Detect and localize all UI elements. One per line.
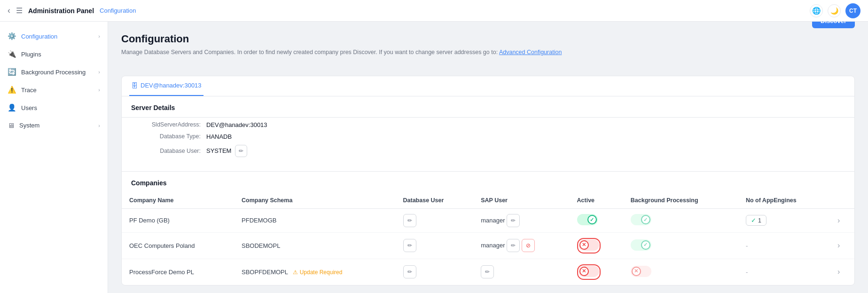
bg-processing-toggle-1[interactable]: ✓ bbox=[631, 214, 651, 225]
sap-user-2: manager ✏ ⊘ bbox=[473, 232, 569, 259]
edit-sap-user-3-button[interactable]: ✏ bbox=[481, 265, 494, 278]
page-title: Configuration bbox=[121, 33, 562, 45]
sidebar-item-background-processing[interactable]: 🔄 Background Processing › bbox=[0, 63, 108, 81]
menu-button[interactable]: ☰ bbox=[16, 6, 23, 15]
row-arrow-1[interactable]: › bbox=[830, 208, 854, 232]
main-content: Configuration Manage Database Servers an… bbox=[108, 22, 868, 293]
server-card: 🗄 DEV@hanadev:30013 Server Details SldSe… bbox=[121, 76, 855, 285]
company-name-2: OEC Computers Poland bbox=[122, 232, 234, 259]
user-avatar[interactable]: CT bbox=[845, 3, 860, 18]
sidebar-label-trace: Trace bbox=[21, 87, 37, 94]
chevron-configuration: › bbox=[98, 33, 100, 39]
topbar-subtitle: Configuration bbox=[100, 7, 136, 14]
active-2: ✕ bbox=[570, 232, 623, 259]
bg-processing-toggle-2[interactable]: ✓ bbox=[631, 239, 651, 251]
col-actions bbox=[830, 192, 854, 209]
server-tabs: 🗄 DEV@hanadev:30013 bbox=[122, 76, 854, 96]
col-bg-processing: Background Processing bbox=[623, 192, 738, 209]
sidebar-item-trace[interactable]: ⚠️ Trace › bbox=[0, 81, 108, 99]
company-schema-2: SBODEMOPL bbox=[234, 232, 395, 259]
discover-button[interactable]: Discover bbox=[812, 22, 855, 28]
db-tab-icon: 🗄 bbox=[131, 82, 138, 89]
update-required-badge: ⚠ Update Required bbox=[293, 269, 342, 276]
active-3: ✕ bbox=[570, 259, 623, 285]
trace-icon: ⚠️ bbox=[8, 86, 16, 94]
row-arrow-2[interactable]: › bbox=[830, 232, 854, 259]
chevron-bg-processing: › bbox=[98, 69, 100, 75]
sidebar-item-configuration[interactable]: ⚙️ Configuration › bbox=[0, 27, 108, 45]
col-app-engines: No of AppEngines bbox=[738, 192, 830, 209]
company-schema-3: SBOPFDEMOPL ⚠ Update Required bbox=[234, 259, 395, 285]
sidebar-item-users[interactable]: 👤 Users bbox=[0, 99, 108, 117]
companies-section: Companies Company Name Company Schema Da… bbox=[122, 172, 854, 285]
sidebar-label-configuration: Configuration bbox=[21, 33, 57, 40]
active-highlight-border-3: ✕ bbox=[577, 264, 601, 280]
detail-row-dbuser: Database User: SYSTEM ✏ bbox=[131, 145, 845, 157]
bg-processing-icon: 🔄 bbox=[8, 68, 16, 76]
db-user-2: ✏ bbox=[396, 232, 474, 259]
table-row: PF Demo (GB) PFDEMOGB ✏ manager ✏ bbox=[122, 208, 854, 232]
detail-label-sld: SldServerAddress: bbox=[131, 121, 206, 128]
active-toggle-3[interactable]: ✕ bbox=[579, 266, 599, 277]
detail-value-dbtype: HANADB bbox=[206, 133, 232, 140]
col-company-name: Company Name bbox=[122, 192, 234, 209]
detail-value-dbuser: SYSTEM bbox=[206, 147, 231, 154]
table-header-row: Company Name Company Schema Database Use… bbox=[122, 192, 854, 209]
tab-label: DEV@hanadev:30013 bbox=[141, 82, 202, 89]
sidebar-item-plugins[interactable]: 🔌 Plugins bbox=[0, 45, 108, 63]
edit-sap-user-2-button[interactable]: ✏ bbox=[507, 239, 520, 252]
companies-table: Company Name Company Schema Database Use… bbox=[122, 192, 854, 285]
active-toggle-2[interactable]: ✕ bbox=[579, 239, 599, 251]
advanced-config-link[interactable]: Advanced Configuration bbox=[499, 49, 562, 55]
app-engines-badge-1[interactable]: ✓ 1 bbox=[746, 215, 766, 226]
topbar-title: Administration Panel bbox=[28, 7, 94, 15]
layout: ⚙️ Configuration › 🔌 Plugins 🔄 Backgroun… bbox=[0, 22, 868, 293]
app-engines-1: ✓ 1 bbox=[738, 208, 830, 232]
row-arrow-3[interactable]: › bbox=[830, 259, 854, 285]
active-highlight-border-2: ✕ bbox=[577, 238, 601, 253]
system-icon: 🖥 bbox=[8, 121, 15, 129]
topbar-right: 🌐 🌙 CT bbox=[810, 3, 860, 18]
edit-db-user-1-button[interactable]: ✏ bbox=[403, 214, 416, 227]
bg-processing-toggle-3[interactable]: ✕ bbox=[631, 266, 651, 277]
company-name-1: PF Demo (GB) bbox=[122, 208, 234, 232]
bg-processing-2: ✓ bbox=[623, 232, 738, 259]
detail-row-sld: SldServerAddress: DEV@hanadev:30013 bbox=[131, 121, 845, 128]
edit-sap-user-1-button[interactable]: ✏ bbox=[507, 214, 520, 227]
table-row: ProcessForce Demo PL SBOPFDEMOPL ⚠ Updat… bbox=[122, 259, 854, 285]
bg-processing-1: ✓ bbox=[623, 208, 738, 232]
configuration-icon: ⚙️ bbox=[8, 32, 16, 40]
db-user-1: ✏ bbox=[396, 208, 474, 232]
company-name-3: ProcessForce Demo PL bbox=[122, 259, 234, 285]
server-details-body: SldServerAddress: DEV@hanadev:30013 Data… bbox=[122, 118, 854, 171]
detail-row-dbtype: Database Type: HANADB bbox=[131, 133, 845, 140]
active-toggle-1[interactable]: ✓ bbox=[577, 214, 598, 225]
active-1: ✓ bbox=[570, 208, 623, 232]
app-engines-2: - bbox=[738, 232, 830, 259]
users-icon: 👤 bbox=[8, 103, 16, 112]
edit-db-user-2-button[interactable]: ✏ bbox=[403, 239, 416, 252]
dark-mode-button[interactable]: 🌙 bbox=[828, 4, 841, 17]
detail-label-dbtype: Database Type: bbox=[131, 133, 206, 140]
tab-dev-hanadev[interactable]: 🗄 DEV@hanadev:30013 bbox=[129, 76, 203, 96]
language-button[interactable]: 🌐 bbox=[810, 4, 823, 17]
sidebar-item-system[interactable]: 🖥 System › bbox=[0, 117, 108, 134]
sidebar-label-users: Users bbox=[21, 104, 37, 111]
server-details-section: Server Details SldServerAddress: DEV@han… bbox=[122, 96, 854, 171]
col-company-schema: Company Schema bbox=[234, 192, 395, 209]
db-user-3: ✏ bbox=[396, 259, 474, 285]
edit-dbuser-button[interactable]: ✏ bbox=[235, 145, 247, 157]
col-database-user: Database User bbox=[396, 192, 474, 209]
company-schema-1: PFDEMOGB bbox=[234, 208, 395, 232]
chevron-system: › bbox=[98, 123, 100, 128]
col-active: Active bbox=[570, 192, 623, 209]
delete-sap-user-2-button[interactable]: ⊘ bbox=[522, 239, 535, 252]
detail-label-dbuser: Database User: bbox=[131, 148, 206, 154]
page-header: Configuration Manage Database Servers an… bbox=[121, 33, 855, 66]
sap-user-1: manager ✏ bbox=[473, 208, 569, 232]
bg-processing-3: ✕ bbox=[623, 259, 738, 285]
back-button[interactable]: ‹ bbox=[8, 6, 10, 16]
topbar: ‹ ☰ Administration Panel Configuration 🌐… bbox=[0, 0, 868, 22]
server-details-title: Server Details bbox=[122, 96, 854, 117]
edit-db-user-3-button[interactable]: ✏ bbox=[403, 265, 416, 278]
